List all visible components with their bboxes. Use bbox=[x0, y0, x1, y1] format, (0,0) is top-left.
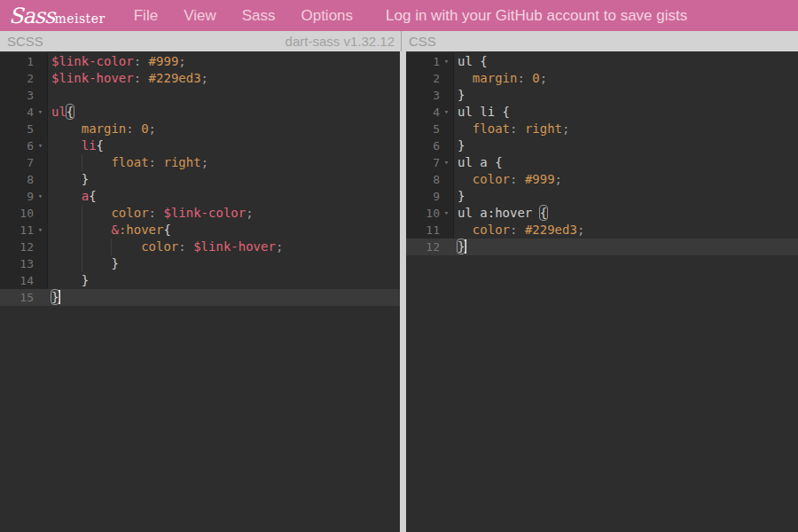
css-panel-title: CSS bbox=[409, 34, 436, 49]
code-token: : bbox=[134, 71, 141, 85]
line-gutter: 10 bbox=[0, 205, 48, 222]
logo-script-text: Sass bbox=[9, 4, 54, 28]
code-token: ul li bbox=[458, 105, 503, 119]
editor-split-divider[interactable] bbox=[400, 51, 406, 532]
code-token: } bbox=[51, 290, 59, 304]
line-gutter: 12 bbox=[0, 239, 48, 255]
indent-guide bbox=[82, 239, 82, 255]
line-number: 8 bbox=[406, 171, 440, 188]
code-token: { bbox=[540, 206, 547, 220]
code-text[interactable]: } bbox=[48, 255, 400, 272]
fold-spacer bbox=[34, 289, 47, 306]
code-line: 4▾ul li { bbox=[406, 104, 798, 121]
fold-spacer bbox=[34, 70, 47, 87]
line-gutter: 9▾ bbox=[0, 188, 48, 205]
code-text[interactable]: li{ bbox=[48, 137, 400, 154]
code-token: : bbox=[149, 155, 156, 169]
scss-code-editor[interactable]: 1$link-color: #999;2$link-hover: #229ed3… bbox=[0, 51, 400, 532]
code-token: ; bbox=[178, 54, 185, 68]
code-text[interactable]: } bbox=[454, 87, 798, 104]
code-text[interactable]: ul a { bbox=[454, 154, 798, 171]
fold-arrow-icon[interactable]: ▾ bbox=[440, 205, 453, 222]
code-text[interactable]: color: #999; bbox=[454, 171, 798, 188]
code-token bbox=[517, 172, 524, 186]
line-number: 6 bbox=[0, 137, 34, 154]
line-number: 3 bbox=[406, 87, 440, 104]
code-text[interactable]: ul li { bbox=[454, 104, 798, 121]
code-text[interactable]: $link-color: #999; bbox=[48, 53, 400, 70]
menu-options[interactable]: Options bbox=[301, 7, 353, 25]
code-text[interactable]: } bbox=[454, 188, 798, 205]
fold-spacer bbox=[440, 188, 453, 205]
code-line: 9} bbox=[406, 188, 798, 205]
fold-spacer bbox=[34, 205, 47, 222]
code-text[interactable]: } bbox=[454, 137, 798, 154]
line-number: 15 bbox=[0, 289, 34, 306]
line-number: 12 bbox=[0, 239, 34, 255]
code-text[interactable]: &:hover{ bbox=[48, 222, 400, 239]
code-text[interactable]: margin: 0; bbox=[48, 121, 400, 137]
line-gutter: 8 bbox=[406, 171, 454, 188]
code-text[interactable]: } bbox=[454, 239, 798, 255]
code-token bbox=[186, 239, 193, 254]
code-text[interactable]: color: $link-color; bbox=[48, 205, 400, 222]
fold-arrow-icon[interactable]: ▾ bbox=[34, 137, 47, 154]
code-token: 0 bbox=[141, 121, 148, 136]
fold-spacer bbox=[34, 154, 47, 171]
line-gutter: 2 bbox=[0, 70, 48, 87]
line-gutter: 5 bbox=[0, 121, 48, 137]
text-cursor bbox=[59, 290, 60, 304]
fold-spacer bbox=[34, 121, 47, 137]
code-text[interactable]: float: right; bbox=[48, 154, 400, 171]
menu-view[interactable]: View bbox=[184, 7, 216, 25]
code-token bbox=[458, 172, 473, 186]
code-token: { bbox=[97, 138, 104, 153]
line-number: 2 bbox=[0, 70, 34, 87]
fold-arrow-icon[interactable]: ▾ bbox=[34, 222, 47, 239]
code-token: color bbox=[473, 223, 510, 237]
code-token bbox=[134, 121, 141, 136]
code-line: 5 margin: 0; bbox=[0, 121, 400, 137]
code-text[interactable]: a{ bbox=[48, 188, 400, 205]
code-token: ; bbox=[555, 172, 562, 186]
fold-arrow-icon[interactable]: ▾ bbox=[34, 188, 47, 205]
code-text[interactable]: } bbox=[48, 289, 400, 306]
fold-arrow-icon[interactable]: ▾ bbox=[34, 104, 47, 121]
code-text[interactable]: float: right; bbox=[454, 121, 798, 137]
code-token bbox=[51, 189, 82, 203]
code-text[interactable] bbox=[48, 87, 400, 104]
menu-sass[interactable]: Sass bbox=[242, 7, 276, 25]
code-line: 1$link-color: #999; bbox=[0, 53, 400, 70]
github-login-link[interactable]: Log in with your GitHub account to save … bbox=[386, 7, 687, 25]
code-line: 1▾ul { bbox=[406, 53, 798, 70]
fold-spacer bbox=[34, 255, 47, 272]
code-token: $link-color bbox=[163, 206, 246, 220]
code-text[interactable]: color: #229ed3; bbox=[454, 222, 798, 239]
fold-arrow-icon[interactable]: ▾ bbox=[440, 154, 453, 171]
code-line: 6} bbox=[406, 137, 798, 154]
code-text[interactable]: $link-hover: #229ed3; bbox=[48, 70, 400, 87]
code-text[interactable]: ul a:hover { bbox=[454, 205, 798, 222]
code-token: : bbox=[134, 54, 141, 68]
menu-file[interactable]: File bbox=[134, 7, 158, 25]
code-token: } bbox=[458, 189, 465, 203]
code-text[interactable]: color: $link-hover; bbox=[48, 239, 400, 255]
code-text[interactable]: ul { bbox=[454, 53, 798, 70]
css-output-editor[interactable]: 1▾ul {2 margin: 0;3}4▾ul li {5 float: ri… bbox=[406, 51, 798, 532]
line-number: 11 bbox=[406, 222, 440, 239]
code-line: 13 } bbox=[0, 255, 400, 272]
sassmeister-logo[interactable]: Sassmeister bbox=[9, 4, 106, 28]
code-text[interactable]: } bbox=[48, 272, 400, 289]
code-text[interactable]: ul{ bbox=[48, 104, 400, 121]
code-line: 11▾ &:hover{ bbox=[0, 222, 400, 239]
code-line: 10 color: $link-color; bbox=[0, 205, 400, 222]
code-token: $link-hover bbox=[193, 239, 276, 254]
fold-arrow-icon[interactable]: ▾ bbox=[440, 104, 453, 121]
code-text[interactable]: margin: 0; bbox=[454, 70, 798, 87]
code-token: } bbox=[458, 239, 465, 254]
fold-arrow-icon[interactable]: ▾ bbox=[440, 53, 453, 70]
code-token: ; bbox=[577, 223, 584, 237]
code-line: 4▾ul{ bbox=[0, 104, 400, 121]
code-line: 11 color: #229ed3; bbox=[406, 222, 798, 239]
code-text[interactable]: } bbox=[48, 171, 400, 188]
